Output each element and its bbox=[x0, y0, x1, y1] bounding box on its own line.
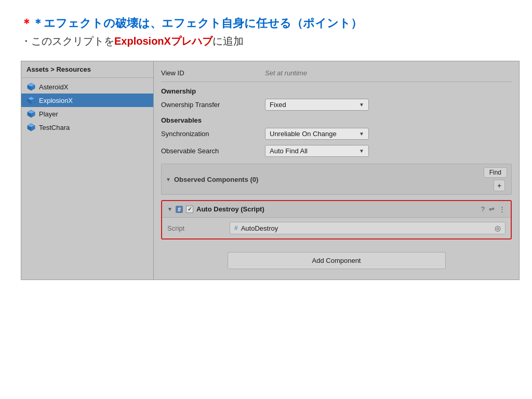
header-line2-highlight: ExplosionXプレハブ bbox=[114, 35, 212, 47]
asterisk: ＊ bbox=[21, 17, 32, 30]
cube-icon-player bbox=[26, 109, 36, 118]
script-value-box[interactable]: # AutoDestroy ◎ bbox=[230, 222, 506, 234]
observed-components-header: ▼ Observed Components (0) Find + bbox=[162, 164, 511, 194]
settings-icon[interactable]: ⇌ bbox=[489, 205, 495, 213]
asset-item-explosionx[interactable]: ExplosionX bbox=[21, 94, 153, 107]
more-options-icon[interactable]: ⋮ bbox=[499, 205, 506, 213]
component-triangle-icon: ▼ bbox=[167, 206, 172, 212]
viewid-row: View ID Set at runtime bbox=[161, 66, 512, 79]
asset-name-player: Player bbox=[39, 110, 58, 118]
ownership-transfer-dropdown-container: Fixed ▼ bbox=[265, 99, 512, 111]
add-component-button[interactable]: Add Component bbox=[228, 252, 446, 269]
add-component-container: Add Component bbox=[161, 245, 512, 274]
ownership-transfer-value: Fixed bbox=[270, 101, 286, 109]
script-hash-icon: # bbox=[234, 224, 238, 232]
asset-item-player[interactable]: Player bbox=[21, 107, 153, 121]
synchronization-dropdown[interactable]: Unreliable On Change ▼ bbox=[265, 128, 369, 140]
ownership-transfer-arrow: ▼ bbox=[359, 102, 364, 108]
component-icons: ? ⇌ ⋮ bbox=[481, 205, 506, 213]
script-value: AutoDestroy bbox=[241, 224, 278, 232]
observed-components-section: ▼ Observed Components (0) Find + bbox=[161, 164, 512, 195]
script-field: Script # AutoDestroy ◎ bbox=[167, 222, 506, 234]
observable-search-dropdown-container: Auto Find All ▼ bbox=[265, 145, 512, 157]
header-line2: ・このスクリプトをExplosionXプレハブに追加 bbox=[21, 34, 511, 48]
asset-name-explosionx: ExplosionX bbox=[39, 97, 73, 104]
header-line2-suffix: に追加 bbox=[212, 35, 244, 47]
editor-panel: Assets > Resources AsteroidX bbox=[21, 61, 520, 280]
component-header-left: ▼ # ✓ Auto Destroy (Script) bbox=[167, 205, 481, 213]
cube-icon-explosionx bbox=[26, 96, 36, 105]
observable-search-value: Auto Find All bbox=[270, 147, 308, 155]
asset-item-asteroidx[interactable]: AsteroidX bbox=[21, 80, 153, 94]
observables-header: Observables bbox=[161, 113, 512, 125]
header-line2-prefix: ・このスクリプトを bbox=[21, 35, 114, 47]
cube-icon-testchara bbox=[26, 123, 36, 132]
script-target-icon: ◎ bbox=[495, 224, 501, 232]
add-observed-button[interactable]: + bbox=[494, 180, 505, 191]
observed-triangle-icon: ▼ bbox=[166, 177, 171, 182]
observed-components-label: Observed Components (0) bbox=[174, 176, 259, 183]
ownership-transfer-row: Ownership Transfer Fixed ▼ bbox=[161, 96, 512, 113]
synchronization-arrow: ▼ bbox=[359, 131, 364, 137]
asset-item-testchara[interactable]: TestChara bbox=[21, 121, 153, 134]
header-line1: ＊＊エフェクトの破壊は、エフェクト自身に任せる（ポイント） bbox=[21, 16, 511, 31]
observable-search-arrow: ▼ bbox=[359, 148, 364, 154]
synchronization-label: Synchronization bbox=[161, 130, 265, 138]
header-section: ＊＊エフェクトの破壊は、エフェクト自身に任せる（ポイント） ・このスクリプトをE… bbox=[21, 16, 511, 48]
asset-name-asteroidx: AsteroidX bbox=[39, 83, 68, 91]
component-title: Auto Destroy (Script) bbox=[196, 205, 264, 213]
assets-breadcrumb: Assets > Resources bbox=[21, 61, 153, 78]
viewid-value: Set at runtime bbox=[265, 69, 512, 77]
component-body: Script # AutoDestroy ◎ bbox=[162, 218, 511, 238]
ownership-header: Ownership bbox=[161, 84, 512, 96]
synchronization-value: Unreliable On Change bbox=[270, 130, 337, 138]
viewid-label: View ID bbox=[161, 69, 265, 77]
inspector-panel: View ID Set at runtime Ownership Ownersh… bbox=[154, 61, 519, 280]
assets-panel: Assets > Resources AsteroidX bbox=[21, 61, 154, 280]
component-header: ▼ # ✓ Auto Destroy (Script) ? ⇌ ⋮ bbox=[162, 201, 511, 218]
observable-search-label: Observable Search bbox=[161, 147, 265, 155]
observable-search-row: Observable Search Auto Find All ▼ bbox=[161, 142, 512, 159]
page-container: ＊＊エフェクトの破壊は、エフェクト自身に任せる（ポイント） ・このスクリプトをE… bbox=[0, 0, 532, 399]
find-button[interactable]: Find bbox=[484, 167, 507, 178]
auto-destroy-component: ▼ # ✓ Auto Destroy (Script) ? ⇌ ⋮ bbox=[161, 200, 512, 240]
inspector-content: View ID Set at runtime Ownership Ownersh… bbox=[154, 61, 519, 280]
observed-buttons: Find + bbox=[484, 167, 507, 191]
breadcrumb-folder: Resources bbox=[56, 65, 90, 73]
component-checkbox[interactable]: ✓ bbox=[186, 206, 193, 213]
ownership-transfer-dropdown[interactable]: Fixed ▼ bbox=[265, 99, 369, 111]
assets-list: AsteroidX ExplosionX bbox=[21, 78, 153, 136]
cube-icon-asteroidx bbox=[26, 82, 36, 91]
observable-search-dropdown[interactable]: Auto Find All ▼ bbox=[265, 145, 369, 157]
divider-1 bbox=[161, 82, 512, 82]
breadcrumb-separator: > bbox=[50, 65, 56, 73]
script-label: Script bbox=[167, 224, 230, 232]
synchronization-row: Synchronization Unreliable On Change ▼ bbox=[161, 125, 512, 142]
asset-name-testchara: TestChara bbox=[39, 124, 70, 131]
observed-header-left: ▼ Observed Components (0) bbox=[166, 176, 258, 183]
hash-badge: # bbox=[176, 206, 183, 213]
ownership-transfer-label: Ownership Transfer bbox=[161, 101, 265, 109]
help-icon[interactable]: ? bbox=[481, 205, 485, 213]
synchronization-dropdown-container: Unreliable On Change ▼ bbox=[265, 128, 512, 140]
breadcrumb-assets: Assets bbox=[26, 65, 49, 73]
header-line1-text: ＊エフェクトの破壊は、エフェクト自身に任せる（ポイント） bbox=[32, 17, 362, 30]
